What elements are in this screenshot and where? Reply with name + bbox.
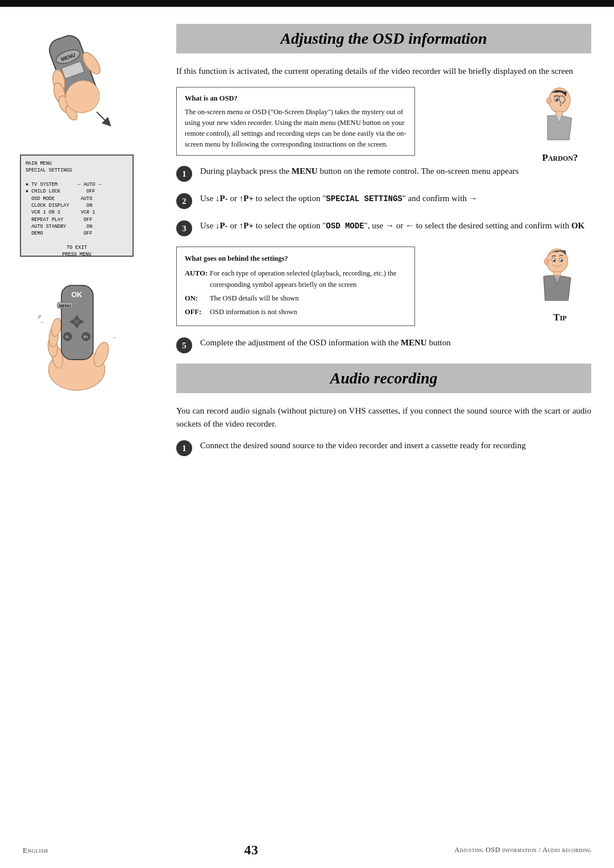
what-is-osd-box: What is an OSD? The on-screen menu or OS…: [176, 87, 415, 156]
top-bar: [0, 0, 614, 7]
settings-text-auto: For each type of operation selected (pla…: [210, 268, 406, 290]
what-goes-on-title: What goes on behind the settings?: [185, 253, 406, 264]
left-sidebar: MENU MAIN MENU SPECI: [0, 7, 154, 848]
step-1-number: 1: [176, 166, 192, 182]
svg-point-46: [561, 260, 562, 261]
svg-text:MENU: MENU: [59, 303, 71, 308]
settings-text-off: OSD information is not shown: [210, 306, 297, 318]
svg-text:P+: P+: [84, 335, 88, 339]
audio-step-1-text: Connect the desired sound source to the …: [200, 439, 591, 452]
audio-steps-container: 1 Connect the desired sound source to th…: [176, 439, 591, 456]
osd-section-title: Adjusting the OSD information: [188, 30, 580, 48]
what-goes-on-box: What goes on behind the settings? AUTO: …: [176, 247, 415, 326]
step-3-text: Use ↓P- or ↑P+ to select the option "OSD…: [200, 219, 591, 233]
settings-label-off: OFF:: [185, 306, 205, 318]
svg-point-39: [546, 97, 551, 104]
footer-language: English: [23, 846, 48, 855]
menu-screen-illustration: MAIN MENU SPECIAL SETTINGS ♦ TV SYSTEM ←…: [20, 155, 134, 257]
tip-character-area: Tip: [529, 247, 591, 323]
step-1-text: During playback press the MENU button on…: [200, 165, 591, 178]
footer-page-number: 43: [244, 842, 258, 858]
svg-point-44: [553, 260, 555, 261]
settings-text-on: The OSD details will be shown: [210, 293, 299, 304]
svg-point-40: [560, 104, 562, 106]
step-1: 1 During playback press the MENU button …: [176, 165, 591, 182]
tip-label: Tip: [529, 312, 591, 323]
svg-line-13: [97, 112, 108, 123]
osd-intro-paragraph: If this function is activated, the curre…: [176, 65, 591, 78]
audio-step-1-number: 1: [176, 440, 192, 456]
audio-section-title: Audio recording: [188, 369, 580, 387]
step-5-number: 5: [176, 337, 192, 353]
step-5-text: Complete the adjustment of the OSD infor…: [200, 336, 591, 349]
main-content: Adjusting the OSD information If this fu…: [154, 7, 614, 868]
svg-point-38: [555, 98, 558, 101]
svg-text:→: →: [111, 335, 117, 340]
pardon-character-area: Pardon?: [529, 87, 591, 164]
settings-label-auto: AUTO:: [185, 268, 205, 290]
svg-point-18: [50, 318, 63, 337]
menu-screen-text: MAIN MENU SPECIAL SETTINGS ♦ TV SYSTEM ←…: [26, 160, 128, 258]
settings-row-off: OFF: OSD information is not shown: [185, 306, 406, 318]
step-2: 2 Use ↓P- or ↑P+ to select the option "S…: [176, 192, 591, 209]
pardon-character-svg: [529, 87, 586, 149]
osd-info-row: What is an OSD? The on-screen menu or OS…: [176, 87, 591, 165]
audio-recording-section: Audio recording You can record audio sig…: [176, 364, 591, 456]
step-2-number: 2: [176, 193, 192, 209]
settings-label-on: ON:: [185, 293, 205, 304]
remote-ok-illustration: OK MENU P- P+ ← P →: [26, 274, 128, 404]
settings-row-on: ON: The OSD details will be shown: [185, 293, 406, 304]
settings-row-auto: AUTO: For each type of operation selecte…: [185, 268, 406, 290]
osd-section-title-box: Adjusting the OSD information: [176, 24, 591, 53]
osd-steps-container: 1 During playback press the MENU button …: [176, 165, 591, 236]
audio-step-1: 1 Connect the desired sound source to th…: [176, 439, 591, 456]
step-2-text: Use ↓P- or ↑P+ to select the option "SPE…: [200, 192, 591, 206]
tip-character-svg: [529, 247, 586, 309]
settings-info-row: What goes on behind the settings? AUTO: …: [176, 247, 591, 336]
step-3-number: 3: [176, 220, 192, 236]
step-3: 3 Use ↓P- or ↑P+ to select the option "O…: [176, 219, 591, 236]
remote-illustration-top: MENU: [31, 24, 122, 137]
footer-section-name: Adjusting OSD information / Audio record…: [454, 846, 591, 854]
svg-point-47: [544, 258, 549, 265]
svg-text:OK: OK: [72, 291, 82, 299]
what-is-osd-title: What is an OSD?: [185, 93, 406, 104]
svg-text:P-: P-: [66, 335, 69, 339]
what-is-osd-body: The on-screen menu or OSD ("On-Screen Di…: [185, 107, 406, 149]
audio-intro-paragraph: You can record audio signals (without pi…: [176, 404, 591, 430]
svg-point-28: [74, 319, 80, 325]
svg-text:P: P: [38, 315, 42, 320]
svg-text:←: ←: [40, 319, 45, 325]
step-5: 5 Complete the adjustment of the OSD inf…: [176, 336, 591, 353]
page-footer: English 43 Adjusting OSD information / A…: [0, 842, 614, 858]
audio-section-title-box: Audio recording: [176, 364, 591, 393]
step5-container: 5 Complete the adjustment of the OSD inf…: [176, 336, 591, 353]
pardon-label: Pardon?: [529, 152, 591, 164]
